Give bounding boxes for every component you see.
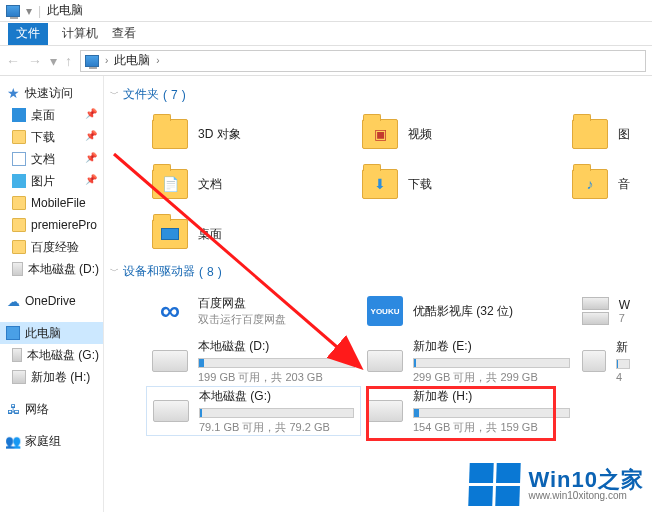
pc-icon [6,5,20,17]
cloud-icon: ☁ [6,294,20,308]
folders-header[interactable]: ﹀ 文件夹 (7) [106,82,648,109]
down-caret-icon[interactable]: ▾ [26,4,32,18]
nav-bar: ← → ▾ ↑ › 此电脑 › [0,46,652,76]
sidebar-this-pc[interactable]: 此电脑 [0,322,103,344]
sidebar-drive-h[interactable]: 新加卷 (H:) [0,366,103,388]
drive-icon [12,348,22,362]
nav-history-icon[interactable]: ▾ [50,53,57,69]
folder-icon: ▣ [362,119,398,149]
drive-h[interactable]: 新加卷 (H:) 154 GB 可用，共 159 GB [361,386,576,436]
drive-usage-bar [199,408,354,418]
drive-icon [367,400,403,422]
drives-header[interactable]: ﹀ 设备和驱动器 (8) [106,259,648,286]
chevron-right-icon[interactable]: › [156,55,159,66]
nav-sidebar: ★快速访问 桌面📌 下载📌 文档📌 图片📌 MobileFile premier… [0,76,104,512]
breadcrumb-root[interactable]: 此电脑 [114,52,150,69]
folder-icon [152,119,188,149]
watermark: Win10之家 www.win10xitong.com [469,463,644,506]
nav-fwd-icon[interactable]: → [28,53,42,69]
sidebar-onedrive[interactable]: ☁OneDrive [0,290,103,312]
nav-up-icon[interactable]: ↑ [65,53,72,69]
app-wps-edge[interactable]: W7 [576,286,636,336]
app-youku[interactable]: YOUKU 优酷影视库 (32 位) [361,286,576,336]
document-icon [12,152,26,166]
nav-back-icon[interactable]: ← [6,53,20,69]
folder-desktop[interactable]: 桌面 [146,209,356,259]
sidebar-desktop[interactable]: 桌面📌 [0,104,103,126]
chevron-right-icon[interactable]: › [105,55,108,66]
pin-icon: 📌 [85,108,97,119]
pictures-icon [12,174,26,188]
folder-downloads[interactable]: ⬇ 下载 [356,159,566,209]
drive-icon [582,297,609,325]
window-title: 此电脑 [47,2,83,19]
pin-icon: 📌 [85,152,97,163]
pc-icon [85,55,99,67]
title-bar: ▾ | 此电脑 [0,0,652,22]
drive-f-edge[interactable]: 新 4 [576,336,636,386]
file-tab[interactable]: 文件 [8,23,48,45]
sidebar-premierepro[interactable]: premierePro [0,214,103,236]
drive-icon [12,262,23,276]
tab-computer[interactable]: 计算机 [62,25,98,42]
youku-icon: YOUKU [367,296,403,326]
drive-icon [152,350,188,372]
sidebar-baidu-exp[interactable]: 百度经验 [0,236,103,258]
folder-icon [12,196,26,210]
drive-icon [367,350,403,372]
sidebar-homegroup[interactable]: 👥家庭组 [0,430,103,452]
folder-icon [572,119,608,149]
folder-documents[interactable]: 📄 文档 [146,159,356,209]
folder-pictures-edge[interactable]: 图 [566,109,636,159]
sidebar-mobilefile[interactable]: MobileFile [0,192,103,214]
drive-icon [12,370,26,384]
sidebar-documents[interactable]: 文档📌 [0,148,103,170]
pc-icon [6,326,20,340]
file-tab-label: 文件 [16,25,40,42]
folder-icon [12,240,26,254]
windows-logo-icon [469,463,522,506]
tab-view[interactable]: 查看 [112,25,136,42]
app-baidu-netdisk[interactable]: ∞ 百度网盘 双击运行百度网盘 [146,286,361,336]
network-icon: 🖧 [6,402,20,416]
folder-music-edge[interactable]: ♪ 音 [566,159,636,209]
sidebar-network[interactable]: 🖧网络 [0,398,103,420]
baidu-netdisk-icon: ∞ [152,296,188,326]
drive-d[interactable]: 本地磁盘 (D:) 199 GB 可用，共 203 GB [146,336,361,386]
drive-icon [153,400,189,422]
drive-e[interactable]: 新加卷 (E:) 299 GB 可用，共 299 GB [361,336,576,386]
drive-usage-bar [198,358,355,368]
breadcrumb[interactable]: › 此电脑 › [80,50,646,72]
folder-icon [12,218,26,232]
folder-icon: 📄 [152,169,188,199]
sidebar-drive-g[interactable]: 本地磁盘 (G:) [0,344,103,366]
chevron-down-icon: ﹀ [110,88,119,101]
folder-icon [12,130,26,144]
ribbon-tabs: 文件 计算机 查看 [0,22,652,46]
folder-icon: ♪ [572,169,608,199]
desktop-icon [12,108,26,122]
drive-usage-bar [413,358,570,368]
drive-g[interactable]: 本地磁盘 (G:) 79.1 GB 可用，共 79.2 GB [146,386,361,436]
sidebar-drive-d[interactable]: 本地磁盘 (D:) [0,258,103,280]
folder-videos[interactable]: ▣ 视频 [356,109,566,159]
content-pane: ﹀ 文件夹 (7) 3D 对象 ▣ 视频 图 📄 文档 ⬇ [104,76,652,512]
folder-3d-objects[interactable]: 3D 对象 [146,109,356,159]
star-icon: ★ [6,86,20,100]
chevron-down-icon: ﹀ [110,265,119,278]
pin-icon: 📌 [85,130,97,141]
drive-icon [582,350,606,372]
homegroup-icon: 👥 [6,434,20,448]
sidebar-downloads[interactable]: 下载📌 [0,126,103,148]
sidebar-pictures[interactable]: 图片📌 [0,170,103,192]
drive-usage-bar [413,408,570,418]
folder-icon [152,219,188,249]
sidebar-quick-access[interactable]: ★快速访问 [0,82,103,104]
folder-icon: ⬇ [362,169,398,199]
pin-icon: 📌 [85,174,97,185]
